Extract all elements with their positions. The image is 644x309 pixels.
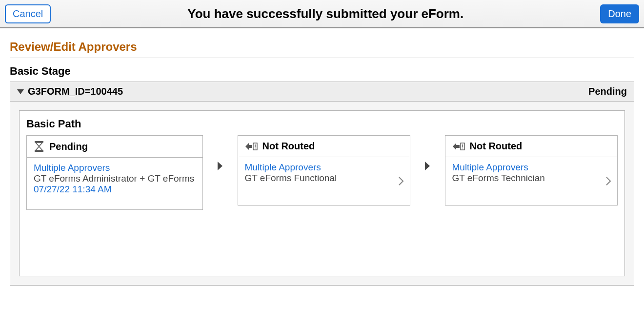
path-title: Basic Path bbox=[26, 116, 618, 135]
step-expand-button[interactable] bbox=[605, 176, 611, 186]
stage-header-left: G3FORM_ID=100445 bbox=[17, 86, 123, 97]
step-header: ! Not Routed bbox=[238, 136, 410, 157]
path-box: Basic Path Pending bbox=[19, 110, 625, 276]
step-status-label: Pending bbox=[49, 141, 88, 152]
step-header: Pending bbox=[27, 136, 202, 158]
chevron-right-icon bbox=[423, 161, 432, 171]
flow-arrow bbox=[203, 135, 238, 171]
hourglass-icon bbox=[34, 141, 44, 152]
step-status-label: Not Routed bbox=[262, 141, 315, 152]
stage-status: Pending bbox=[588, 86, 627, 97]
step-role: GT eForms Administrator + GT eForms D bbox=[34, 173, 196, 184]
stage-box: G3FORM_ID=100445 Pending Basic Path bbox=[10, 82, 634, 286]
content-area: Review/Edit Approvers Basic Stage G3FORM… bbox=[0, 28, 644, 291]
svg-text:!: ! bbox=[254, 144, 256, 149]
done-button[interactable]: Done bbox=[600, 4, 639, 23]
step-body: Multiple Approvers GT eForms Administrat… bbox=[27, 158, 202, 209]
approvers-link[interactable]: Multiple Approvers bbox=[34, 163, 196, 173]
approval-step-card: Pending Multiple Approvers GT eForms Adm… bbox=[26, 135, 203, 210]
step-body: Multiple Approvers GT eForms Technician bbox=[445, 157, 618, 205]
chevron-right-icon bbox=[605, 176, 611, 186]
page-title: You have successfully submitted your eFo… bbox=[51, 6, 600, 21]
approvers-link[interactable]: Multiple Approvers bbox=[245, 162, 403, 173]
chevron-right-icon bbox=[398, 176, 404, 186]
path-area: Basic Path Pending bbox=[10, 102, 634, 285]
approval-step-card: ! Not Routed Multiple Approvers GT eForm… bbox=[445, 135, 618, 206]
stage-header[interactable]: G3FORM_ID=100445 Pending bbox=[10, 82, 634, 102]
steps-row: Pending Multiple Approvers GT eForms Adm… bbox=[26, 135, 618, 210]
stage-title: Basic Stage bbox=[10, 58, 634, 82]
step-expand-button[interactable] bbox=[398, 176, 404, 186]
approvers-link[interactable]: Multiple Approvers bbox=[452, 162, 611, 173]
chevron-right-icon bbox=[216, 161, 224, 171]
step-role: GT eForms Technician bbox=[452, 173, 611, 184]
cancel-button[interactable]: Cancel bbox=[5, 4, 51, 23]
flow-arrow bbox=[410, 135, 445, 171]
step-header: ! Not Routed bbox=[445, 136, 618, 157]
not-routed-icon: ! bbox=[452, 141, 465, 152]
not-routed-icon: ! bbox=[245, 141, 258, 152]
step-role: GT eForms Functional bbox=[245, 173, 403, 184]
top-bar: Cancel You have successfully submitted y… bbox=[0, 0, 644, 28]
approval-step-card: ! Not Routed Multiple Approvers GT eForm… bbox=[238, 135, 411, 206]
step-status-label: Not Routed bbox=[470, 141, 523, 152]
step-body: Multiple Approvers GT eForms Functional bbox=[238, 157, 410, 205]
step-timestamp: 07/27/22 11:34 AM bbox=[34, 184, 196, 195]
svg-text:!: ! bbox=[462, 144, 463, 149]
stage-form-id: G3FORM_ID=100445 bbox=[28, 86, 123, 97]
section-title: Review/Edit Approvers bbox=[10, 34, 634, 58]
chevron-down-icon bbox=[17, 89, 24, 94]
